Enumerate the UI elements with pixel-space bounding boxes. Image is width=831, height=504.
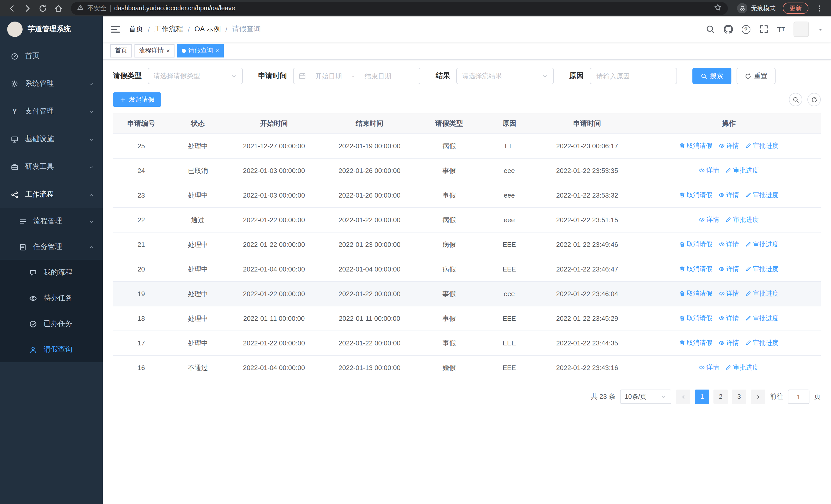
- detail-action-link[interactable]: 详情: [718, 240, 739, 249]
- end-date-input[interactable]: [357, 72, 399, 80]
- view-tab[interactable]: 流程详情×: [135, 44, 174, 57]
- search-button[interactable]: 搜索: [692, 68, 732, 84]
- cancel-action-link[interactable]: 取消请假: [679, 314, 712, 323]
- tab-label: 首页: [115, 46, 127, 55]
- screen: 不安全 dashboard.yudao.iocoder.cn/bpm/oa/le…: [0, 0, 831, 504]
- breadcrumb-item[interactable]: 首页: [129, 25, 143, 34]
- header-search-icon[interactable]: [706, 25, 715, 34]
- goto-page-input[interactable]: [788, 390, 809, 404]
- apply-time-range[interactable]: -: [293, 68, 420, 84]
- detail-action-link[interactable]: 详情: [718, 339, 739, 348]
- bookmark-star-icon[interactable]: [714, 4, 722, 13]
- cell-status: 处理中: [170, 134, 226, 158]
- cell-id: 23: [113, 183, 170, 208]
- progress-action-link[interactable]: 审批进度: [745, 290, 778, 298]
- detail-action-link[interactable]: 详情: [718, 142, 739, 150]
- progress-action-link[interactable]: 审批进度: [745, 240, 778, 249]
- sidebar-item-infrastructure[interactable]: 基础设施: [0, 125, 103, 153]
- start-date-input[interactable]: [308, 72, 349, 80]
- sidebar-item-label: 研发工具: [25, 162, 54, 171]
- browser-refresh-icon[interactable]: [36, 2, 49, 15]
- fullscreen-icon[interactable]: [759, 25, 768, 34]
- done-icon: [29, 320, 37, 328]
- browser-address-bar[interactable]: 不安全 dashboard.yudao.iocoder.cn/bpm/oa/le…: [71, 2, 728, 14]
- sidebar-item-leave-query[interactable]: 请假查询: [0, 337, 103, 362]
- detail-action-link[interactable]: 详情: [698, 166, 719, 175]
- create-leave-button[interactable]: 发起请假: [113, 92, 161, 107]
- progress-action-link[interactable]: 审批进度: [745, 339, 778, 348]
- cancel-action-link[interactable]: 取消请假: [679, 339, 712, 348]
- cancel-action-link[interactable]: 取消请假: [679, 191, 712, 200]
- github-icon[interactable]: [723, 25, 733, 34]
- progress-action-link[interactable]: 审批进度: [725, 363, 758, 372]
- cancel-action-link[interactable]: 取消请假: [679, 265, 712, 273]
- cell-start: 2021-12-27 00:00:00: [226, 134, 321, 158]
- detail-action-link[interactable]: 详情: [718, 191, 739, 200]
- sidebar-item-workflow[interactable]: 工作流程: [0, 181, 103, 208]
- help-icon[interactable]: ?: [741, 25, 750, 34]
- leave-type-select[interactable]: 请选择请假类型: [148, 68, 243, 84]
- detail-action-link[interactable]: 详情: [698, 363, 719, 372]
- progress-action-link[interactable]: 审批进度: [725, 166, 758, 175]
- page-button-1[interactable]: 1: [695, 390, 709, 404]
- page-button-3[interactable]: 3: [732, 390, 746, 404]
- view-tab[interactable]: 请假查询×: [177, 44, 224, 57]
- detail-action-link[interactable]: 详情: [718, 265, 739, 273]
- detail-action-link[interactable]: 详情: [718, 314, 739, 323]
- eye-icon: [718, 143, 724, 149]
- sidebar-item-system[interactable]: 系统管理: [0, 70, 103, 97]
- user-menu-caret-icon[interactable]: [818, 26, 823, 32]
- progress-action-link[interactable]: 审批进度: [745, 142, 778, 150]
- cell-operations: 详情审批进度: [637, 158, 821, 183]
- sidebar-item-process-mgmt[interactable]: 流程管理: [0, 208, 103, 234]
- browser-menu-icon[interactable]: [812, 2, 826, 15]
- app-title: 芋道管理系统: [28, 25, 71, 34]
- progress-action-link[interactable]: 审批进度: [725, 215, 758, 224]
- progress-action-link[interactable]: 审批进度: [745, 314, 778, 323]
- font-size-icon[interactable]: TT: [777, 25, 785, 33]
- eye-icon: [718, 241, 724, 248]
- cell-applied: 2022-01-22 23:49:46: [538, 232, 637, 257]
- user-avatar[interactable]: [794, 22, 809, 37]
- next-page-button[interactable]: [751, 390, 765, 404]
- toggle-search-icon[interactable]: [789, 93, 802, 106]
- cancel-action-link[interactable]: 取消请假: [679, 290, 712, 298]
- tab-close-icon[interactable]: ×: [216, 48, 219, 54]
- progress-action-link[interactable]: 审批进度: [745, 191, 778, 200]
- chevron-down-icon: [542, 72, 548, 79]
- cell-start: 2022-01-11 00:00:00: [226, 306, 321, 331]
- prev-page-button[interactable]: [676, 390, 690, 404]
- sidebar-item-todo-task[interactable]: 待办任务: [0, 285, 103, 311]
- sidebar-item-my-process[interactable]: 我的流程: [0, 260, 103, 285]
- table-toolbar: 发起请假: [113, 92, 821, 107]
- browser-forward-icon[interactable]: [21, 2, 34, 15]
- sidebar-item-payment[interactable]: ¥支付管理: [0, 97, 103, 125]
- refresh-table-icon[interactable]: [807, 93, 821, 106]
- browser-back-icon[interactable]: [5, 2, 19, 15]
- view-tab[interactable]: 首页: [110, 44, 132, 57]
- sidebar-item-devtools[interactable]: 研发工具: [0, 153, 103, 181]
- breadcrumb-item[interactable]: 工作流程: [154, 25, 183, 34]
- sidebar-item-home[interactable]: 首页: [0, 42, 103, 70]
- browser-update-button[interactable]: 更新: [783, 3, 808, 14]
- reason-input[interactable]: [590, 68, 677, 84]
- page-size-select[interactable]: 10条/页: [620, 390, 671, 404]
- tab-close-icon[interactable]: ×: [166, 48, 170, 54]
- page-button-2[interactable]: 2: [713, 390, 728, 404]
- reset-button[interactable]: 重置: [737, 68, 776, 84]
- cell-id: 24: [113, 158, 170, 183]
- breadcrumb-item[interactable]: OA 示例: [195, 25, 221, 34]
- detail-action-link[interactable]: 详情: [698, 215, 719, 224]
- sidebar-item-done-task[interactable]: 已办任务: [0, 311, 103, 337]
- detail-action-link[interactable]: 详情: [718, 290, 739, 298]
- progress-action-link[interactable]: 审批进度: [745, 265, 778, 273]
- browser-home-icon[interactable]: [51, 2, 65, 15]
- cancel-action-link[interactable]: 取消请假: [679, 142, 712, 150]
- result-select[interactable]: 请选择流结果: [456, 68, 554, 84]
- cancel-action-link[interactable]: 取消请假: [679, 240, 712, 249]
- sidebar-toggle-icon[interactable]: [110, 24, 121, 34]
- sidebar-item-task-mgmt[interactable]: 任务管理: [0, 234, 103, 260]
- table-row: 19处理中2022-01-22 00:00:002022-01-22 00:00…: [113, 281, 821, 306]
- sidebar-item-label: 工作流程: [25, 190, 54, 199]
- sidebar-item-label: 基础设施: [25, 135, 54, 144]
